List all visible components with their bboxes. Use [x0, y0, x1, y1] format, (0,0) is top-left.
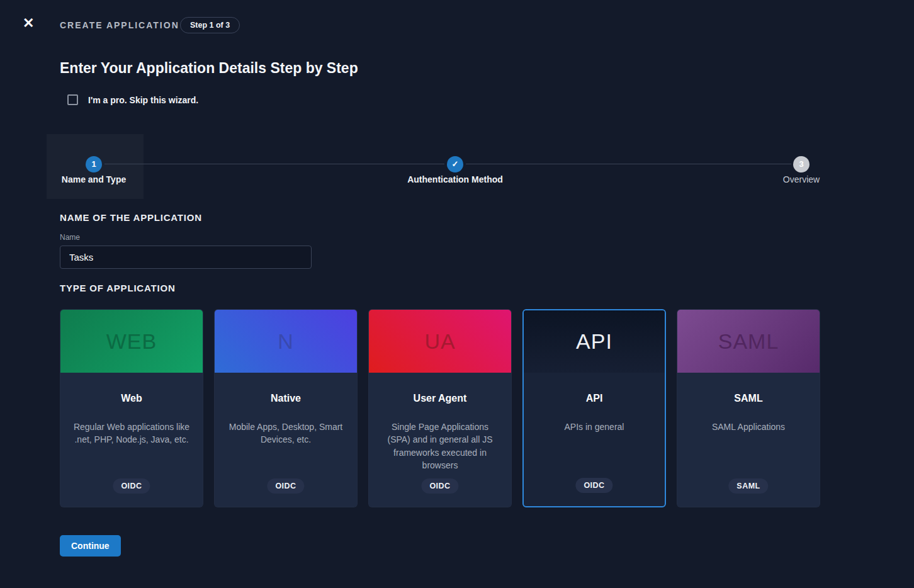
card-title: API [524, 393, 665, 404]
step-progress-badge: Step 1 of 3 [180, 17, 240, 33]
step-3-circle[interactable]: 3 [793, 156, 810, 172]
app-type-card-native[interactable]: N Native Mobile Apps, Desktop, Smart Dev… [214, 309, 358, 507]
app-type-card-web[interactable]: WEB Web Regular Web applications like .n… [60, 309, 203, 507]
card-title: User Agent [369, 393, 511, 404]
wizard-stepper: 1 Name and Type ✓ Authentication Method … [0, 134, 914, 199]
protocol-badge: OIDC [113, 478, 150, 494]
close-icon[interactable]: ✕ [23, 16, 34, 30]
step-2-label: Authentication Method [407, 174, 503, 184]
card-title: Web [60, 393, 203, 404]
card-description: APIs in general [535, 421, 653, 433]
application-name-input[interactable] [60, 246, 312, 269]
skip-wizard-checkbox-row[interactable]: I'm a pro. Skip this wizard. [67, 94, 198, 105]
card-description: Mobile Apps, Desktop, Smart Devices, etc… [226, 421, 346, 446]
card-description: SAML Applications [689, 421, 808, 433]
type-section-title: TYPE OF APPLICATION [60, 283, 176, 293]
stepper-connector [104, 164, 444, 164]
application-type-cards: WEB Web Regular Web applications like .n… [60, 309, 820, 507]
native-banner: N [215, 310, 357, 373]
card-description: Single Page Applications (SPA) and in ge… [380, 421, 500, 472]
step-1-label: Name and Type [62, 174, 126, 184]
protocol-badge: SAML [728, 478, 768, 494]
card-title: Native [215, 393, 357, 404]
saml-banner: SAML [677, 310, 820, 373]
app-type-card-user-agent[interactable]: UA User Agent Single Page Applications (… [368, 309, 512, 507]
protocol-badge: OIDC [267, 478, 304, 494]
wizard-heading: Enter Your Application Details Step by S… [60, 60, 358, 77]
api-banner: API [524, 310, 665, 373]
step-2-circle[interactable]: ✓ [447, 156, 463, 172]
skip-wizard-label: I'm a pro. Skip this wizard. [88, 95, 198, 105]
step-3-label: Overview [783, 174, 820, 184]
web-banner: WEB [60, 310, 203, 373]
continue-button[interactable]: Continue [60, 535, 121, 557]
name-field-label: Name [60, 233, 80, 242]
skip-wizard-checkbox[interactable] [67, 94, 78, 105]
stepper-connector [466, 164, 791, 164]
protocol-badge: OIDC [421, 478, 458, 494]
user-agent-banner: UA [369, 310, 511, 373]
create-application-wizard: ✕ CREATE APPLICATION Step 1 of 3 Enter Y… [0, 0, 914, 588]
card-title: SAML [677, 393, 820, 404]
name-section-title: NAME OF THE APPLICATION [60, 212, 202, 223]
step-1-circle[interactable]: 1 [86, 156, 102, 172]
protocol-badge: OIDC [575, 478, 612, 493]
app-type-card-saml[interactable]: SAML SAML SAML Applications SAML [677, 309, 820, 507]
page-title: CREATE APPLICATION [60, 20, 179, 30]
app-type-card-api[interactable]: API API APIs in general OIDC [522, 309, 666, 507]
card-description: Regular Web applications like .net, PHP,… [72, 421, 191, 446]
